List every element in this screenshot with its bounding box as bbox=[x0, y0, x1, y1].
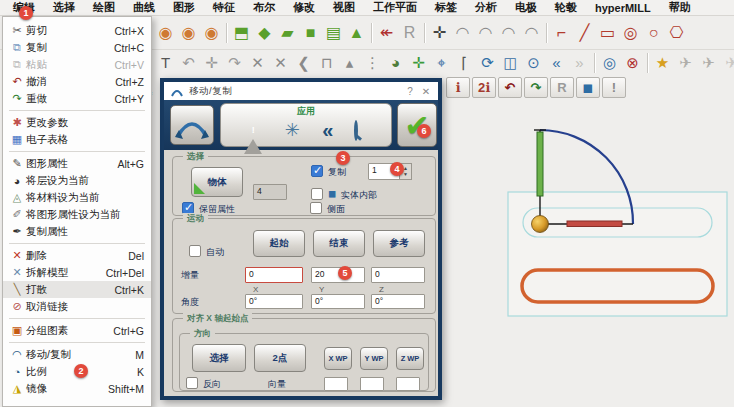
ref-arrow-icon[interactable]: ↞ bbox=[375, 19, 398, 47]
menu-item-delete[interactable]: ✕删除Del bbox=[3, 247, 151, 264]
draw-rect-icon[interactable]: ▭ bbox=[596, 19, 619, 47]
end-button[interactable]: 结束 bbox=[313, 230, 365, 257]
gear-icon[interactable]: ✳ bbox=[285, 119, 300, 141]
draw-polyline-icon[interactable]: ⌐ bbox=[550, 19, 573, 47]
target-on-icon[interactable]: ◎ bbox=[598, 51, 621, 75]
redo-view-icon[interactable]: ↷ bbox=[223, 51, 246, 75]
menubar-item-features[interactable]: 特征 bbox=[204, 0, 244, 16]
direction-select-button[interactable]: 选择 bbox=[192, 344, 246, 372]
arc-tool-2-icon[interactable]: ◠ bbox=[474, 19, 497, 47]
menubar-item-help[interactable]: 帮助 bbox=[660, 0, 700, 16]
reference-button[interactable]: 参考 bbox=[373, 230, 425, 257]
menu-item-spreadsheet[interactable]: ▦电子表格 bbox=[3, 131, 151, 148]
angle-y-input[interactable]: 0° bbox=[311, 294, 365, 309]
solid-extrude-icon[interactable]: ⬒ bbox=[230, 19, 253, 47]
solid-display-icon[interactable]: ◼ bbox=[576, 77, 600, 98]
menubar-item-workplane[interactable]: 工作平面 bbox=[364, 0, 426, 16]
draw-circle-center-icon[interactable]: ◎ bbox=[619, 19, 642, 47]
info-2-icon[interactable]: 2ℹ bbox=[472, 77, 496, 98]
increment-z-input[interactable]: 0 bbox=[371, 267, 425, 283]
menu-item-cut[interactable]: ✂剪切Ctrl+X bbox=[3, 22, 151, 39]
start-button[interactable]: 起始 bbox=[253, 230, 305, 257]
extend-arrow-icon[interactable]: ❮ bbox=[292, 51, 315, 75]
solid-cone-icon[interactable]: ▲ bbox=[345, 19, 368, 47]
dialog-help-button[interactable]: ? bbox=[402, 86, 418, 97]
x-wp-button[interactable]: X WP bbox=[324, 347, 352, 370]
undo-view-icon[interactable]: ↶ bbox=[177, 51, 200, 75]
history-fwd-icon[interactable]: » bbox=[568, 51, 591, 75]
menu-item-entity-properties[interactable]: ✎图形属性Alt+G bbox=[3, 155, 151, 172]
draw-line-icon[interactable]: ╱ bbox=[573, 19, 596, 47]
menubar-item-select[interactable]: 选择 bbox=[44, 0, 84, 16]
target-off-icon[interactable]: ⊗ bbox=[621, 51, 644, 75]
side-checkbox[interactable] bbox=[310, 202, 322, 214]
menubar-item-hypermill[interactable]: hyperMILL bbox=[586, 1, 660, 15]
sketch-orb-3-icon[interactable]: ◉ bbox=[200, 19, 223, 47]
view-cube-icon[interactable]: ◫ bbox=[499, 51, 522, 75]
menu-item-copy-properties[interactable]: ✒复制属性 bbox=[3, 223, 151, 240]
menubar-item-entities[interactable]: 图形 bbox=[164, 0, 204, 16]
z-wp-button[interactable]: Z WP bbox=[396, 347, 424, 370]
plane-ghost-1-icon[interactable]: ✈ bbox=[674, 51, 697, 75]
menu-item-unlink[interactable]: ⊘取消链接 bbox=[3, 298, 151, 315]
y-wp-button[interactable]: Y WP bbox=[360, 347, 388, 370]
menubar-item-view[interactable]: 视图 bbox=[324, 0, 364, 16]
menu-item-mirror[interactable]: ◮镜像Shift+M bbox=[3, 380, 151, 397]
move-manipulator-icon[interactable]: ✛ bbox=[407, 51, 430, 75]
arc-tool-1-icon[interactable]: ◠ bbox=[451, 19, 474, 47]
menu-item-set-entity-properties-current[interactable]: ✐将图形属性设为当前 bbox=[3, 206, 151, 223]
text-tool-icon[interactable]: T bbox=[154, 51, 177, 75]
trim-cross-1-icon[interactable]: ✕ bbox=[246, 51, 269, 75]
collapse-chevrons-icon[interactable]: « bbox=[322, 119, 331, 142]
solid-sheet-icon[interactable]: ▰ bbox=[276, 19, 299, 47]
solid-inner-checkbox[interactable] bbox=[311, 188, 323, 200]
two-point-button[interactable]: 2点 bbox=[254, 344, 306, 372]
warning-icon[interactable]: ! bbox=[244, 122, 262, 138]
ref-r-icon[interactable]: R bbox=[398, 19, 421, 47]
warning-display-icon[interactable]: ! bbox=[602, 77, 626, 98]
menu-item-move-copy[interactable]: ◠移动/复制M bbox=[3, 346, 151, 363]
dialog-titlebar[interactable]: 移动/复制 ? ✕ bbox=[164, 82, 438, 100]
favorite-plane-icon[interactable]: ★ bbox=[651, 51, 674, 75]
undo-icon[interactable]: ↶ bbox=[498, 77, 522, 98]
angle-z-input[interactable]: 0° bbox=[371, 294, 425, 309]
info-entity-icon[interactable]: ℹ bbox=[446, 77, 470, 98]
vector-x-input[interactable] bbox=[324, 377, 348, 391]
refresh-view-icon[interactable]: ⟳ bbox=[476, 51, 499, 75]
menu-item-set-material-current[interactable]: ◬将材料设为当前 bbox=[3, 189, 151, 206]
zoom-tool-icon[interactable]: ⊙ bbox=[522, 51, 545, 75]
angle-x-input[interactable]: 0° bbox=[245, 294, 303, 309]
menubar-item-curves[interactable]: 曲线 bbox=[124, 0, 164, 16]
solid-stack-icon[interactable]: ▤ bbox=[322, 19, 345, 47]
cone-tool-icon[interactable]: ▴ bbox=[338, 51, 361, 75]
filter-r-icon[interactable]: R bbox=[550, 77, 574, 98]
sketch-orb-1-icon[interactable]: ◉ bbox=[154, 19, 177, 47]
draw-circle-icon[interactable]: ○ bbox=[642, 19, 665, 47]
menubar-item-modify[interactable]: 修改 bbox=[284, 0, 324, 16]
copy-checkbox[interactable] bbox=[311, 165, 323, 177]
redo-icon[interactable]: ↷ bbox=[524, 77, 548, 98]
trim-cross-2-icon[interactable]: ✕ bbox=[269, 51, 292, 75]
history-back-icon[interactable]: « bbox=[545, 51, 568, 75]
shaded-sphere-icon[interactable]: ◕ bbox=[384, 51, 407, 75]
menubar-item-labels[interactable]: 标签 bbox=[426, 0, 466, 16]
vector-z-input[interactable] bbox=[396, 377, 420, 391]
increment-x-input[interactable]: 0 bbox=[245, 267, 303, 283]
sketch-orb-2-icon[interactable]: ◉ bbox=[177, 19, 200, 47]
menubar-item-electrode[interactable]: 电极 bbox=[506, 0, 546, 16]
auto-checkbox[interactable] bbox=[189, 245, 201, 257]
menubar-item-hub[interactable]: 轮毂 bbox=[546, 0, 586, 16]
menu-item-copy[interactable]: ⧉复制Ctrl+C bbox=[3, 39, 151, 56]
move-copy-mode-button[interactable] bbox=[170, 105, 214, 145]
draw-polygon-icon[interactable]: ⎔ bbox=[665, 19, 688, 47]
snap-pointer-icon[interactable]: ⌖ bbox=[430, 51, 453, 75]
graphics-canvas[interactable] bbox=[480, 100, 734, 324]
menu-item-redo[interactable]: ↷重做Ctrl+Y bbox=[3, 90, 151, 107]
menubar-item-analysis[interactable]: 分析 bbox=[466, 0, 506, 16]
dots-more-icon[interactable]: ⋮ bbox=[361, 51, 384, 75]
menubar-item-draw[interactable]: 绘图 bbox=[84, 0, 124, 16]
menu-item-set-layer-current[interactable]: ◕将层设为当前 bbox=[3, 172, 151, 189]
axes-xyz-icon[interactable]: ✛ bbox=[428, 19, 451, 47]
plane-ghost-3-icon[interactable]: ✈ bbox=[720, 51, 734, 75]
solid-block-icon[interactable]: ■ bbox=[299, 19, 322, 47]
